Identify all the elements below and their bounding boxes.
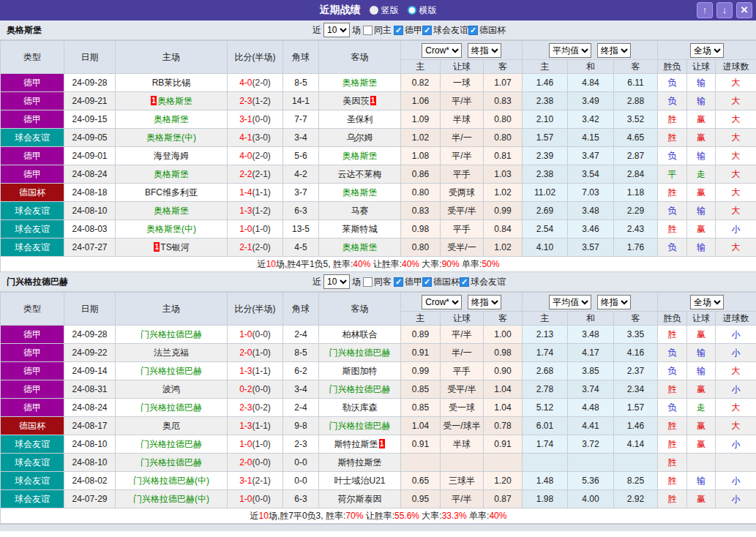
col-avg-draw: 和: [568, 60, 614, 74]
checkbox-icon[interactable]: [422, 26, 432, 35]
close-button[interactable]: ✕: [736, 2, 752, 18]
score: 2-1(2-0): [228, 239, 283, 257]
result-outcome: 负: [658, 362, 687, 380]
result-goals: 大: [716, 110, 756, 129]
league-badge: 球会友谊: [1, 435, 64, 454]
corners: 8-5: [283, 74, 319, 92]
average-select[interactable]: 平均值: [549, 43, 591, 58]
view-vertical-radio[interactable]: 竖版: [370, 4, 399, 17]
league-badge: 球会友谊: [1, 490, 64, 508]
recent-count-select[interactable]: 10: [323, 23, 350, 37]
avg-home-odds: 2.38: [523, 92, 568, 110]
league-filter[interactable]: 德国杯: [468, 24, 506, 37]
league-filter[interactable]: 球会友谊: [422, 24, 468, 37]
match-date: 24-09-15: [64, 110, 116, 129]
away-team: 云达不莱梅: [319, 165, 401, 184]
col-goals-result: 进球数: [716, 312, 756, 326]
bookmaker-select[interactable]: Crow*: [422, 295, 462, 309]
match-row: 德甲24-09-28RB莱比锡4-0(2-0)8-5奥格斯堡0.82一球1.07…: [1, 74, 756, 92]
checkbox-icon[interactable]: [460, 277, 469, 287]
score: 1-0(0-0): [228, 490, 283, 508]
away-team: 叶士域治U21: [319, 472, 401, 490]
league-badge: 球会友谊: [1, 239, 64, 257]
result-handicap: 赢: [687, 326, 716, 344]
match-date: 24-08-02: [64, 472, 116, 490]
league-badge: 德甲: [1, 110, 64, 129]
result-goals: 小: [716, 344, 756, 362]
checkbox-icon[interactable]: [468, 26, 478, 35]
crow-handicap: [441, 454, 484, 472]
match-row: 球会友谊24-08-10门兴格拉德巴赫2-0(0-0)0-0斯特拉斯堡胜: [1, 454, 756, 472]
crow-handicap: 平/半: [441, 92, 484, 110]
radio-icon[interactable]: [408, 6, 416, 15]
checkbox-icon[interactable]: [363, 26, 373, 35]
odds-time-select[interactable]: 终指: [468, 295, 501, 309]
score: 3-1(0-0): [228, 110, 283, 129]
bottom-strip: [0, 524, 756, 531]
checkbox-icon[interactable]: [394, 277, 403, 287]
scope-select[interactable]: 全场: [690, 43, 724, 58]
avg-draw-odds: 7.03: [568, 184, 614, 202]
avg-home-odds: 2.38: [523, 165, 568, 184]
avg-time-select[interactable]: 终指: [597, 295, 631, 309]
result-outcome: 胜: [658, 472, 687, 490]
scope-select[interactable]: 全场: [690, 295, 724, 309]
odds-time-select[interactable]: 终指: [468, 43, 501, 58]
same-venue-label: 同客: [374, 276, 392, 288]
col-avg-away: 客: [614, 312, 658, 326]
league-filters: 德甲球会友谊德国杯: [394, 24, 506, 37]
col-home: 主场: [116, 293, 228, 326]
result-outcome: 胜: [658, 380, 687, 399]
recent-label: 近: [312, 24, 321, 37]
crow-handicap: 平手: [441, 220, 484, 239]
checkbox-icon[interactable]: [363, 277, 373, 287]
league-filter[interactable]: 球会友谊: [460, 276, 506, 288]
away-team: 斯特拉斯堡: [319, 454, 401, 472]
league-filter[interactable]: 德甲: [394, 276, 422, 288]
avg-home-odds: 2.13: [523, 326, 568, 344]
radio-icon[interactable]: [370, 6, 378, 15]
corners: 3-4: [283, 380, 319, 399]
crow-handicap: 平/半: [441, 490, 484, 508]
checkbox-icon[interactable]: [394, 26, 403, 35]
view-horizontal-radio[interactable]: 横版: [408, 4, 437, 17]
result-goals: 小: [716, 472, 756, 490]
match-date: 24-07-27: [64, 239, 116, 257]
summary-value: 70%: [345, 511, 363, 521]
summary-text: 让胜率:: [370, 259, 402, 269]
avg-home-odds: 2.10: [523, 110, 568, 129]
games-label: 场: [352, 276, 361, 288]
crow-handicap: 受两球: [441, 184, 484, 202]
move-up-button[interactable]: ↑: [697, 2, 713, 18]
summary-text: 场,胜4平1负5, 胜率:: [276, 259, 353, 269]
same-venue-filter[interactable]: 同客: [363, 276, 392, 288]
avg-away-odds: 4.14: [614, 435, 658, 454]
avg-draw-odds: 3.48: [568, 202, 614, 220]
avg-draw-odds: 4.17: [568, 344, 614, 362]
same-venue-filter[interactable]: 同主: [363, 24, 392, 37]
corners: 6-3: [283, 202, 319, 220]
league-filter[interactable]: 德甲: [394, 24, 422, 37]
result-handicap: 输: [687, 74, 716, 92]
recent-count-select[interactable]: 10: [323, 274, 350, 289]
avg-away-odds: 2.37: [614, 362, 658, 380]
crow-handicap: 受一球: [441, 399, 484, 417]
result-handicap: [687, 454, 716, 472]
avg-time-select[interactable]: 终指: [597, 43, 631, 58]
league-filter[interactable]: 德国杯: [422, 276, 460, 288]
league-filter-label: 德国杯: [479, 24, 506, 37]
bookmaker-select[interactable]: Crow*: [422, 43, 462, 58]
league-filter-label: 德甲: [405, 276, 422, 288]
checkbox-icon[interactable]: [422, 277, 432, 287]
summary-value: 55.6%: [394, 511, 419, 521]
corners: 8-5: [283, 344, 319, 362]
avg-home-odds: 1.48: [523, 472, 568, 490]
col-score: 比分(半场): [228, 41, 283, 74]
result-goals: 小: [716, 326, 756, 344]
average-select[interactable]: 平均值: [549, 295, 591, 309]
result-handicap: 输: [687, 472, 716, 490]
result-outcome: 负: [658, 239, 687, 257]
move-down-button[interactable]: ↓: [716, 2, 733, 18]
col-outcome: 胜负: [658, 60, 687, 74]
score: 1-0(0-0): [228, 326, 283, 344]
